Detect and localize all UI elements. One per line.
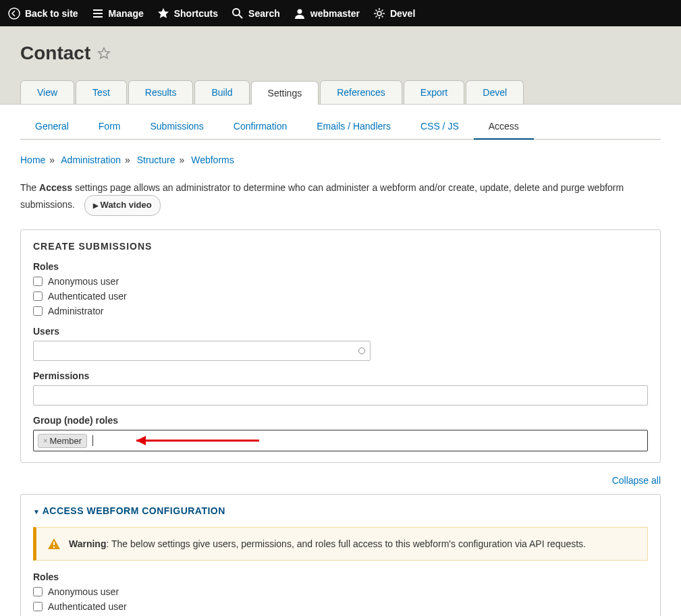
svg-point-2 — [297, 9, 302, 13]
tab-test[interactable]: Test — [76, 80, 127, 104]
tab-settings[interactable]: Settings — [251, 81, 319, 105]
content-region: General Form Submissions Confirmation Em… — [0, 114, 681, 616]
users-input[interactable] — [33, 341, 371, 361]
star-icon — [157, 7, 169, 20]
tag-member-label: Member — [49, 436, 82, 446]
breadcrumb: Home» Administration» Structure» Webform… — [20, 155, 661, 165]
gear-icon — [373, 7, 385, 20]
users-input-wrap — [33, 341, 371, 361]
svg-point-0 — [9, 8, 20, 19]
intro-text: The Access settings page allows an admin… — [20, 180, 661, 216]
tab-references[interactable]: References — [320, 80, 402, 104]
primary-tabs: View Test Results Build Settings Referen… — [20, 80, 661, 104]
search-button[interactable]: Search — [231, 7, 280, 20]
breadcrumb-admin[interactable]: Administration — [61, 155, 121, 165]
subtab-css[interactable]: CSS / JS — [406, 114, 474, 139]
autocomplete-icon — [358, 347, 365, 354]
tab-build[interactable]: Build — [194, 80, 249, 104]
header-region: Contact View Test Results Build Settings… — [0, 26, 681, 105]
star-outline-icon[interactable] — [97, 47, 111, 60]
manage-button[interactable]: Manage — [92, 7, 144, 20]
user-button[interactable]: webmaster — [294, 7, 360, 20]
svg-point-3 — [377, 11, 381, 16]
permissions-label: Permissions — [33, 370, 648, 381]
role-administrator-label: Administrator — [48, 306, 103, 316]
role-authenticated-label: Authenticated user — [48, 291, 127, 302]
collapse-all-link[interactable]: Collapse all — [612, 475, 661, 486]
access-webform-config-title[interactable]: ACCESS WEBFORM CONFIGURATION — [33, 505, 648, 516]
permissions-input[interactable] — [33, 385, 648, 405]
role-administrator-row: Administrator — [33, 306, 648, 316]
subtab-general[interactable]: General — [20, 114, 84, 139]
role-anonymous-row: Anonymous user — [33, 276, 648, 287]
users-label: Users — [33, 326, 648, 337]
back-icon — [8, 7, 20, 20]
group-roles-label: Group (node) roles — [33, 415, 648, 426]
tab-export[interactable]: Export — [404, 80, 464, 104]
text-cursor — [92, 435, 93, 446]
role-authenticated-row: Authenticated user — [33, 291, 648, 302]
collapse-all-wrap: Collapse all — [20, 475, 661, 486]
role2-anonymous-label: Anonymous user — [48, 586, 119, 597]
svg-point-1 — [233, 9, 240, 16]
access-webform-config-section: ACCESS WEBFORM CONFIGURATION Warning: Th… — [20, 494, 661, 616]
back-label: Back to site — [25, 8, 78, 19]
role-administrator-checkbox[interactable] — [33, 306, 43, 316]
role-anonymous-label: Anonymous user — [48, 276, 119, 287]
role2-authenticated-label: Authenticated user — [48, 601, 127, 612]
user-icon — [294, 7, 306, 20]
roles2-label: Roles — [33, 571, 648, 582]
role2-anonymous-row: Anonymous user — [33, 586, 648, 597]
secondary-tabs: General Form Submissions Confirmation Em… — [20, 114, 661, 140]
breadcrumb-webforms[interactable]: Webforms — [191, 155, 234, 165]
back-to-site-button[interactable]: Back to site — [8, 7, 78, 20]
tab-results[interactable]: Results — [128, 80, 194, 104]
role-authenticated-checkbox[interactable] — [33, 291, 43, 301]
subtab-form[interactable]: Form — [84, 114, 136, 139]
hamburger-icon — [92, 7, 104, 20]
role2-anonymous-checkbox[interactable] — [33, 587, 43, 596]
tab-devel[interactable]: Devel — [466, 80, 524, 104]
admin-toolbar: Back to site Manage Shortcuts Search web… — [0, 0, 681, 26]
warning-message: Warning: The below settings give users, … — [33, 527, 648, 561]
tag-member[interactable]: × Member — [38, 434, 87, 448]
page-title: Contact — [20, 43, 661, 64]
warning-icon — [47, 537, 61, 551]
role-anonymous-checkbox[interactable] — [33, 277, 43, 286]
devel-button[interactable]: Devel — [373, 7, 415, 20]
svg-rect-6 — [53, 547, 55, 548]
create-submissions-title: CREATE SUBMISSIONS — [33, 241, 648, 252]
svg-rect-5 — [53, 542, 55, 545]
watch-video-button[interactable]: Watch video — [84, 195, 161, 216]
manage-label: Manage — [109, 8, 144, 19]
role2-authenticated-checkbox[interactable] — [33, 602, 43, 611]
role2-authenticated-row: Authenticated user — [33, 601, 648, 612]
devel-label: Devel — [390, 8, 415, 19]
search-label: Search — [248, 8, 280, 19]
shortcuts-label: Shortcuts — [174, 8, 218, 19]
tag-remove-icon[interactable]: × — [43, 437, 47, 445]
breadcrumb-structure[interactable]: Structure — [137, 155, 175, 165]
search-icon — [231, 7, 244, 20]
subtab-emails[interactable]: Emails / Handlers — [302, 114, 406, 139]
breadcrumb-home[interactable]: Home — [20, 155, 45, 165]
group-roles-input[interactable]: × Member — [33, 430, 648, 451]
subtab-access[interactable]: Access — [474, 114, 534, 139]
user-label: webmaster — [310, 8, 360, 19]
page-title-text: Contact — [20, 43, 90, 64]
subtab-confirmation[interactable]: Confirmation — [219, 114, 302, 139]
roles-label: Roles — [33, 261, 648, 272]
create-submissions-section: CREATE SUBMISSIONS Roles Anonymous user … — [20, 229, 661, 463]
subtab-submissions[interactable]: Submissions — [135, 114, 218, 139]
shortcuts-button[interactable]: Shortcuts — [157, 7, 218, 20]
tab-view[interactable]: View — [20, 80, 74, 104]
